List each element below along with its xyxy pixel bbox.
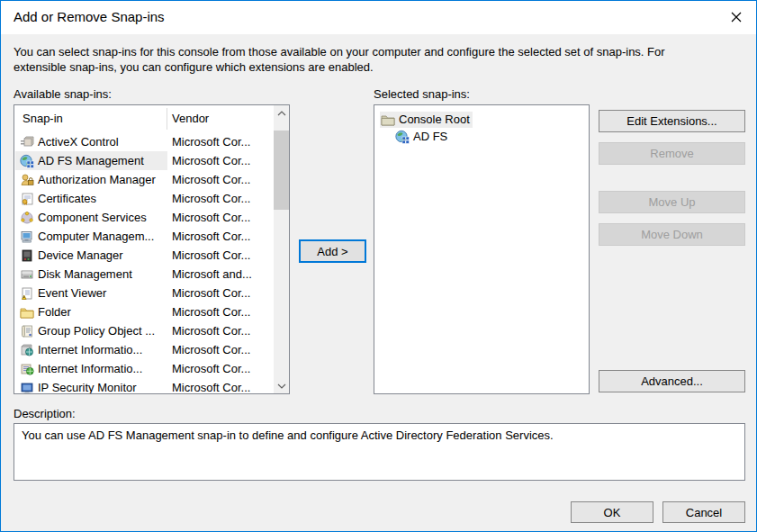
list-item[interactable]: IP Security MonitorMicrosoft Cor... bbox=[14, 378, 274, 393]
remove-button: Remove bbox=[599, 142, 745, 165]
description-box: You can use AD FS Management snap-in to … bbox=[14, 423, 745, 481]
list-item-name: AD FS Management bbox=[38, 154, 144, 167]
tree-item-label: AD FS bbox=[413, 130, 447, 143]
selected-snapins-label: Selected snap-ins: bbox=[374, 87, 470, 101]
event-viewer-icon bbox=[20, 286, 34, 301]
group-policy-icon bbox=[20, 324, 34, 338]
column-divider[interactable] bbox=[167, 108, 167, 130]
tree-item[interactable]: Console Root bbox=[374, 111, 589, 128]
list-item-vendor: Microsoft Cor... bbox=[172, 286, 250, 300]
list-item-vendor: Microsoft Cor... bbox=[172, 343, 250, 356]
add-remove-snapins-dialog: Add or Remove Snap-ins You can select sn… bbox=[0, 0, 757, 532]
component-services-icon bbox=[20, 211, 34, 225]
list-item-vendor: Microsoft Cor... bbox=[172, 324, 250, 338]
cancel-button[interactable]: Cancel bbox=[662, 501, 745, 523]
list-item[interactable]: Device ManagerMicrosoft Cor... bbox=[14, 246, 274, 265]
description-label: Description: bbox=[14, 407, 76, 420]
list-item-vendor: Microsoft Cor... bbox=[172, 230, 250, 243]
list-item-name: Folder bbox=[38, 305, 71, 319]
iis-box-icon bbox=[20, 362, 34, 376]
list-item-name: ActiveX Control bbox=[38, 135, 119, 149]
list-item-name: Authorization Manager bbox=[38, 173, 156, 186]
move-up-button: Move Up bbox=[599, 191, 745, 213]
list-item[interactable]: ActiveX ControlMicrosoft Cor... bbox=[14, 132, 274, 151]
list-item-vendor: Microsoft and... bbox=[172, 267, 252, 281]
list-item[interactable]: Component ServicesMicrosoft Cor... bbox=[14, 208, 274, 227]
list-item-vendor: Microsoft Cor... bbox=[172, 362, 250, 375]
list-item-name: Event Viewer bbox=[38, 286, 106, 300]
authorization-manager-icon bbox=[20, 173, 34, 187]
selected-snapins-tree[interactable]: Console RootAD FS bbox=[374, 104, 590, 394]
list-item-name: Computer Managem... bbox=[38, 230, 154, 243]
computer-management-icon bbox=[20, 230, 34, 244]
intro-text: You can select snap-ins for this console… bbox=[14, 44, 738, 75]
list-item[interactable]: Internet Informatio...Microsoft Cor... bbox=[14, 359, 274, 378]
list-item[interactable]: AD FS ManagementMicrosoft Cor... bbox=[14, 151, 274, 170]
tree-node[interactable]: AD FS bbox=[394, 129, 450, 145]
list-item-vendor: Microsoft Cor... bbox=[172, 381, 250, 393]
description-text: You can use AD FS Management snap-in to … bbox=[22, 428, 554, 442]
list-item[interactable]: CertificatesMicrosoft Cor... bbox=[14, 189, 274, 208]
close-button[interactable] bbox=[722, 5, 751, 29]
list-item-vendor: Microsoft Cor... bbox=[172, 135, 250, 149]
available-snapins-list[interactable]: Snap-in Vendor ActiveX ControlMicrosoft … bbox=[14, 104, 290, 394]
list-item-name: Disk Management bbox=[38, 267, 132, 281]
activex-control-icon bbox=[20, 135, 34, 149]
certificates-icon bbox=[20, 192, 34, 206]
list-item-name: Certificates bbox=[38, 192, 96, 205]
scroll-down-button[interactable] bbox=[274, 378, 289, 393]
list-item[interactable]: FolderMicrosoft Cor... bbox=[14, 302, 274, 321]
dialog-title: Add or Remove Snap-ins bbox=[14, 9, 165, 24]
list-item[interactable]: Authorization ManagerMicrosoft Cor... bbox=[14, 170, 274, 189]
adfs-globe-icon bbox=[20, 154, 34, 168]
list-item-name: Group Policy Object ... bbox=[38, 324, 155, 338]
edit-extensions-button[interactable]: Edit Extensions... bbox=[599, 110, 745, 132]
disk-management-icon bbox=[20, 267, 34, 282]
list-item[interactable]: Group Policy Object ...Microsoft Cor... bbox=[14, 321, 274, 340]
chevron-down-icon bbox=[277, 383, 286, 389]
chevron-up-icon bbox=[277, 111, 286, 116]
list-header: Snap-in Vendor bbox=[14, 105, 274, 132]
console-root-folder-icon bbox=[381, 113, 395, 127]
list-item[interactable]: Internet Informatio...Microsoft Cor... bbox=[14, 340, 274, 359]
ip-security-icon bbox=[20, 381, 34, 394]
snapin-rows: ActiveX ControlMicrosoft Cor...AD FS Man… bbox=[14, 132, 274, 393]
tree-item-label: Console Root bbox=[399, 113, 470, 126]
list-item[interactable]: Disk ManagementMicrosoft and... bbox=[14, 265, 274, 284]
iis-globe-icon bbox=[20, 343, 34, 357]
tree-rows: Console RootAD FS bbox=[374, 111, 589, 145]
list-item[interactable]: Computer Managem...Microsoft Cor... bbox=[14, 227, 274, 246]
list-item-name: Device Manager bbox=[38, 248, 123, 262]
scrollbar-thumb[interactable] bbox=[274, 131, 289, 210]
list-item-vendor: Microsoft Cor... bbox=[172, 305, 250, 319]
list-item-name: Internet Informatio... bbox=[38, 362, 142, 375]
close-icon bbox=[730, 11, 743, 23]
folder-icon bbox=[20, 305, 34, 320]
tree-item[interactable]: AD FS bbox=[374, 128, 589, 145]
list-item-name: IP Security Monitor bbox=[38, 381, 137, 393]
list-item-name: Internet Informatio... bbox=[38, 343, 142, 356]
list-item-vendor: Microsoft Cor... bbox=[172, 248, 250, 262]
scroll-up-button[interactable] bbox=[274, 105, 289, 121]
vertical-scrollbar[interactable] bbox=[274, 105, 289, 393]
ok-button[interactable]: OK bbox=[571, 501, 653, 523]
column-header-snapin[interactable]: Snap-in bbox=[23, 112, 63, 125]
list-item-vendor: Microsoft Cor... bbox=[172, 154, 250, 167]
add-button[interactable]: Add > bbox=[299, 239, 366, 263]
available-snapins-label: Available snap-ins: bbox=[14, 87, 112, 101]
adfs-globe-icon bbox=[395, 130, 410, 144]
move-down-button: Move Down bbox=[599, 223, 745, 246]
list-item-vendor: Microsoft Cor... bbox=[172, 211, 250, 224]
titlebar: Add or Remove Snap-ins bbox=[1, 1, 756, 34]
list-item-vendor: Microsoft Cor... bbox=[172, 173, 250, 186]
list-item[interactable]: Event ViewerMicrosoft Cor... bbox=[14, 284, 274, 302]
list-item-vendor: Microsoft Cor... bbox=[172, 192, 250, 205]
tree-node[interactable]: Console Root bbox=[380, 112, 473, 128]
list-item-name: Component Services bbox=[38, 211, 147, 224]
column-header-vendor[interactable]: Vendor bbox=[172, 112, 209, 125]
device-manager-icon bbox=[20, 248, 34, 263]
advanced-button[interactable]: Advanced... bbox=[599, 370, 745, 392]
